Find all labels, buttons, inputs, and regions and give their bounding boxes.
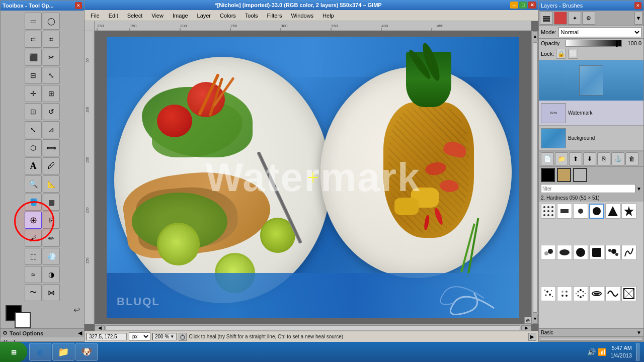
brush-cell-10[interactable] — [589, 245, 604, 260]
free-select-tool[interactable]: ⊂ — [25, 31, 42, 48]
corner-nav-btn[interactable]: ⊕ — [524, 317, 531, 324]
menu-file[interactable]: File — [87, 12, 104, 20]
rect-select-tool[interactable]: ▭ — [25, 13, 42, 30]
foreground-select-tool[interactable]: ⊟ — [25, 67, 42, 84]
brush-cell-11[interactable] — [605, 245, 620, 260]
scissors-tool[interactable]: ✂ — [43, 49, 60, 66]
by-color-tool[interactable]: ⬛ — [25, 49, 42, 66]
menu-view[interactable]: View — [147, 12, 168, 20]
brush-cell-8[interactable] — [557, 245, 572, 260]
panel-btn-gear[interactable]: ⚙ — [582, 12, 595, 25]
maximize-button[interactable]: □ — [519, 2, 527, 9]
airbrush-tool[interactable]: 💨 — [43, 248, 60, 265]
brush-cell-9[interactable] — [573, 245, 588, 260]
brush-cell-12[interactable] — [621, 245, 636, 260]
swatch-black[interactable] — [541, 168, 555, 182]
brush-cell-14[interactable] — [557, 286, 572, 301]
lock-alpha-btn[interactable]: ⬜ — [568, 49, 578, 59]
ellipse-select-tool[interactable]: ◯ — [43, 13, 60, 30]
scroll-thumb-v[interactable] — [533, 42, 538, 313]
flip-tool[interactable]: ⟺ — [43, 139, 60, 156]
measure-tool[interactable]: 📐 — [43, 175, 60, 193]
heal-tool[interactable]: ⊕ — [25, 212, 42, 229]
brush-cell-15[interactable] — [573, 286, 588, 301]
path-tool[interactable]: ⤡ — [43, 67, 60, 84]
panel-btn-star[interactable]: ✦ — [568, 12, 581, 25]
minimize-button[interactable]: ─ — [510, 2, 518, 9]
fuzzy-select-tool[interactable]: ⌗ — [43, 31, 60, 48]
bucket-fill-tool[interactable]: 🪣 — [25, 194, 42, 211]
menu-image[interactable]: Image — [169, 12, 192, 20]
menu-colors[interactable]: Colors — [216, 12, 240, 20]
layer-item-background[interactable]: Background — [539, 126, 643, 151]
status-expand-btn[interactable]: ▶ — [528, 333, 536, 341]
anchor-layer-btn[interactable]: ⚓ — [611, 152, 624, 165]
panel-btn-layers[interactable] — [540, 12, 553, 25]
text-tool[interactable]: A — [25, 157, 42, 174]
menu-layer[interactable]: Layer — [193, 12, 215, 20]
layer-item-watermark[interactable]: Wm Watermark — [539, 101, 643, 126]
shear-tool[interactable]: ⊿ — [43, 121, 60, 138]
paintbrush-tool[interactable]: 🖌 — [25, 230, 42, 247]
menu-filters[interactable]: Filters — [263, 12, 286, 20]
background-color[interactable] — [15, 312, 31, 328]
brush-cell-2[interactable] — [557, 204, 572, 219]
cage-tool[interactable]: ⋈ — [43, 284, 60, 301]
taskbar-folder[interactable]: 📁 — [52, 343, 74, 361]
dodge-burn-tool[interactable]: ◑ — [43, 266, 60, 283]
filter-dropdown-arrow[interactable]: ▼ — [636, 186, 641, 192]
scrollbar-vertical[interactable]: ▲ ▼ — [531, 31, 538, 324]
panel-btn-red[interactable] — [554, 12, 567, 25]
show-desktop-btn[interactable] — [636, 343, 640, 361]
brush-scrollbar[interactable] — [539, 336, 643, 341]
move-tool[interactable]: ✛ — [25, 85, 42, 102]
scroll-up-btn[interactable]: ▲ — [533, 31, 538, 41]
perspective-tool[interactable]: ⬡ — [25, 139, 42, 156]
brush-filter-input[interactable] — [541, 184, 635, 193]
menu-edit[interactable]: Edit — [105, 12, 122, 20]
menu-tools[interactable]: Tools — [241, 12, 262, 20]
crop-tool[interactable]: ⊡ — [25, 103, 42, 120]
taskbar-gimp[interactable]: 🐶 — [75, 343, 98, 361]
color-picker-tool[interactable]: 🖊 — [43, 157, 60, 174]
canvas-area[interactable]: BLUQL Watermark — [95, 31, 531, 324]
brush-cell-7[interactable] — [541, 245, 556, 260]
clone-tool[interactable]: ⎘ — [43, 212, 60, 229]
close-button[interactable]: ✕ — [528, 2, 536, 9]
pencil-tool[interactable]: ✏ — [43, 230, 60, 247]
zoom-dropdown-arrow[interactable]: ▼ — [170, 334, 174, 339]
tool-options-expand[interactable]: ◀ — [78, 330, 82, 336]
delete-layer-btn[interactable]: 🗑 — [625, 152, 638, 165]
brush-scroll-thumb[interactable] — [540, 338, 642, 341]
brush-cell-18[interactable] — [621, 286, 636, 301]
scrollbar-horizontal[interactable]: ◀ ▶ — [95, 324, 531, 331]
menu-windows[interactable]: Windows — [287, 12, 317, 20]
menu-select[interactable]: Select — [123, 12, 147, 20]
brush-cell-1[interactable] — [541, 204, 556, 219]
brush-cell-17[interactable] — [605, 286, 620, 301]
taskbar-ie[interactable]: e — [29, 343, 51, 361]
scroll-right-btn[interactable]: ▶ — [521, 325, 531, 330]
layer-up-btn[interactable]: ⬆ — [569, 152, 582, 165]
brush-cell-16[interactable] — [589, 286, 604, 301]
swap-colors-button[interactable]: ↩ — [73, 305, 80, 315]
swatch-gold[interactable] — [557, 168, 571, 182]
layer-mode-select[interactable]: Normal — [558, 27, 641, 37]
smudge-tool[interactable]: ≈ — [25, 266, 42, 283]
right-panel-close[interactable]: ✕ — [634, 2, 641, 9]
new-folder-btn[interactable]: 📁 — [555, 152, 568, 165]
start-button[interactable]: ⊞ — [0, 342, 27, 362]
unit-select[interactable]: px mm — [129, 332, 150, 341]
duplicate-layer-btn[interactable]: ⎘ — [597, 152, 610, 165]
align-tool[interactable]: ⊞ — [43, 85, 60, 102]
brush-cell-13[interactable] — [541, 286, 556, 301]
menu-help[interactable]: Help — [318, 12, 338, 20]
toolbox-close-button[interactable]: ✕ — [75, 2, 82, 9]
brush-cell-5[interactable] — [605, 204, 620, 219]
panel-expand-btn[interactable]: ▼ — [634, 12, 642, 25]
rotate-tool[interactable]: ↺ — [43, 103, 60, 120]
eraser-tool[interactable]: ⬚ — [25, 248, 42, 265]
blend-tool[interactable]: ▦ — [43, 194, 60, 211]
brush-cell-6[interactable] — [621, 204, 636, 219]
new-layer-btn[interactable]: 📄 — [541, 152, 554, 165]
